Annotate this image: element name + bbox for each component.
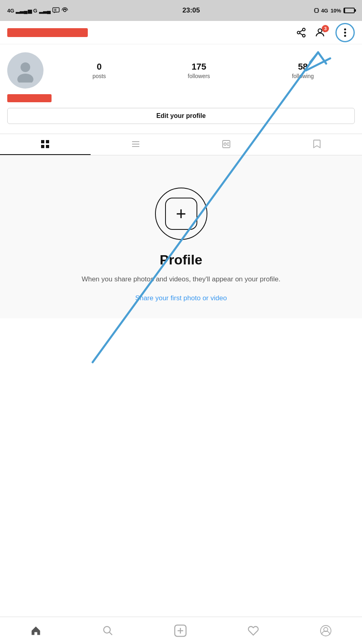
svg-point-17 (21, 62, 30, 72)
bottom-search-button[interactable] (94, 622, 122, 640)
bio-name-redacted (7, 94, 52, 102)
add-icon (174, 624, 187, 637)
cast-icon (61, 7, 68, 14)
status-right: 4G 10% (314, 7, 355, 14)
notification-count: 3 (322, 25, 329, 32)
status-time: 23:05 (182, 6, 200, 14)
nav-icons: 3 (296, 23, 355, 42)
add-post-circle[interactable]: + (155, 188, 207, 240)
svg-rect-20 (46, 140, 49, 143)
posts-count: 0 (97, 62, 101, 72)
followers-count: 175 (192, 62, 207, 72)
stats-row: 0 posts 175 followers 58 following (52, 62, 355, 79)
posts-stat[interactable]: 0 posts (93, 62, 106, 79)
profile-info-row: 0 posts 175 followers 58 following (7, 52, 355, 89)
bookmark-icon (312, 139, 321, 149)
posts-label: posts (93, 73, 106, 79)
list-icon (131, 139, 141, 149)
tagged-icon (221, 139, 231, 149)
svg-rect-19 (41, 140, 44, 143)
svg-point-27 (224, 143, 226, 145)
share-first-photo-link[interactable]: Share your first photo or video (135, 294, 227, 302)
username-redacted (7, 28, 88, 37)
svg-point-18 (17, 74, 33, 83)
chat-icon: ☰ (52, 7, 60, 14)
more-icon (344, 28, 346, 37)
plus-icon: + (176, 205, 186, 223)
tab-list[interactable] (91, 134, 181, 155)
svg-point-14 (344, 28, 346, 30)
bottom-nav (0, 617, 362, 644)
empty-title: Profile (160, 252, 203, 268)
svg-rect-21 (41, 145, 44, 148)
home-icon (30, 625, 41, 636)
svg-point-15 (344, 31, 346, 33)
tab-grid[interactable] (0, 134, 91, 155)
svg-point-6 (302, 28, 305, 31)
share-icon (296, 27, 306, 38)
followers-label: followers (188, 73, 210, 79)
add-post-inner: + (165, 198, 197, 230)
signal-bars: ▂▃▄▅ (16, 8, 31, 14)
top-nav: 3 (0, 21, 362, 44)
svg-point-16 (344, 35, 346, 37)
svg-point-31 (103, 626, 110, 633)
g-bars: ▂▃▄ (39, 8, 51, 14)
vibrate-icon (314, 7, 319, 14)
g-signal: G (33, 8, 37, 14)
status-bar: 4G ▂▃▄▅ G ▂▃▄ ☰ 23:05 4G (0, 0, 362, 21)
svg-point-8 (302, 34, 305, 37)
bottom-activity-button[interactable] (240, 622, 267, 640)
empty-description: When you share photos and videos, they'l… (82, 274, 281, 285)
svg-rect-22 (46, 145, 49, 148)
tab-bar (0, 134, 362, 155)
edit-profile-button[interactable]: Edit your profile (7, 108, 355, 124)
empty-content: + Profile When you share photos and vide… (0, 155, 362, 318)
profile-icon (320, 625, 332, 637)
more-options-button[interactable] (335, 23, 355, 42)
signal-text: 4G (7, 8, 14, 14)
grid-icon (40, 139, 50, 149)
following-stat[interactable]: 58 following (292, 62, 314, 79)
add-friend-button[interactable]: 3 (315, 27, 327, 38)
bottom-profile-button[interactable] (312, 621, 340, 640)
svg-point-7 (297, 31, 300, 34)
tab-tagged[interactable] (181, 134, 272, 155)
svg-line-10 (300, 30, 302, 32)
bottom-add-button[interactable] (166, 621, 195, 640)
following-label: following (292, 73, 314, 79)
heart-icon (248, 625, 259, 636)
svg-line-9 (300, 33, 302, 35)
share-button[interactable] (296, 27, 306, 38)
svg-rect-3 (315, 8, 318, 12)
status-left: 4G ▂▃▄▅ G ▂▃▄ ☰ (7, 7, 68, 14)
edit-profile-wrap: Edit your profile (7, 108, 355, 124)
search-icon (102, 625, 114, 636)
profile-section: 0 posts 175 followers 58 following Edit … (0, 44, 362, 128)
lte-text: 4G (321, 8, 328, 14)
svg-point-2 (64, 9, 66, 12)
following-count: 58 (298, 62, 308, 72)
battery-icon (343, 8, 355, 13)
avatar[interactable] (7, 52, 43, 89)
bio-name (7, 94, 355, 102)
svg-text:☰: ☰ (54, 8, 56, 11)
battery-percent: 10% (331, 8, 341, 14)
tab-saved[interactable] (271, 134, 362, 155)
bottom-home-button[interactable] (22, 622, 50, 640)
svg-point-11 (318, 29, 322, 32)
svg-line-32 (110, 632, 112, 635)
followers-stat[interactable]: 175 followers (188, 62, 210, 79)
